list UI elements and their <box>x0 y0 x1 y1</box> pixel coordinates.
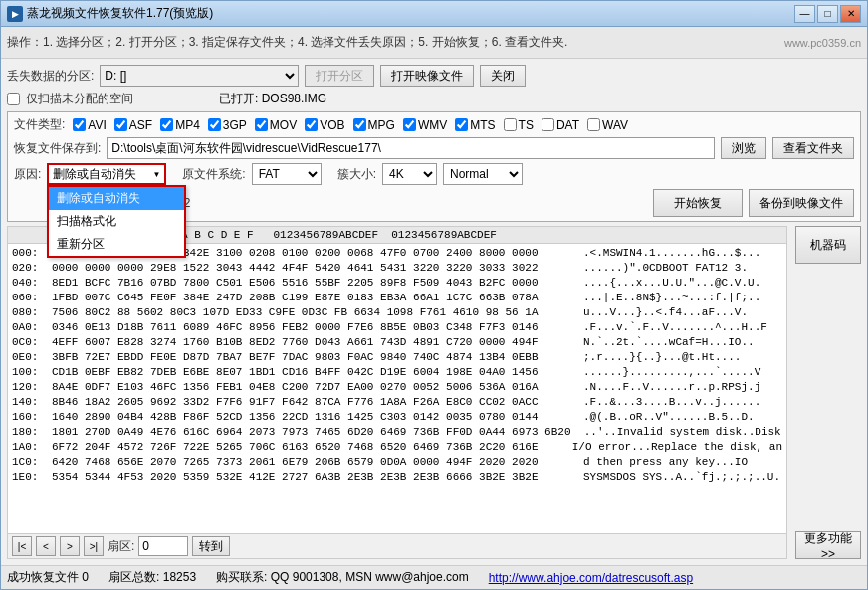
title-bar: ▶ 蒸龙视频文件恢复软件1.77(预览版) — □ ✕ <box>1 1 867 27</box>
filetype-dat[interactable]: DAT <box>542 118 579 132</box>
reason-option-2[interactable]: 扫描格式化 <box>49 210 184 233</box>
maximize-button[interactable]: □ <box>817 5 838 23</box>
reason-selected: 删除或自动消失 <box>53 166 136 183</box>
original-fs-label: 原文件系统: <box>182 166 245 183</box>
original-fs-select[interactable]: FAT NTFS exFAT <box>252 163 322 185</box>
reason-group: 原因: 删除或自动消失 ▼ 删除或自动消失 扫描格式化 重新分区 <box>14 163 166 185</box>
hex-content[interactable]: 000:EB3C 904D 5357 494E 342E 3100 0208 0… <box>8 244 786 533</box>
dropdown-arrow-icon: ▼ <box>152 170 160 179</box>
hex-row: 0E0:3BFB 72E7 EBDD FE0E D87D 7BA7 BE7F 7… <box>12 350 782 365</box>
quality-select[interactable]: Normal High Low <box>443 163 523 185</box>
file-type-row: 文件类型: AVI ASF MP4 3GP MOV VOB MPG WMV MT… <box>14 116 854 133</box>
hex-area: 0 1 2 3 4 5 6 7 8 9 A B C D E F 01234567… <box>7 226 861 559</box>
main-window: ▶ 蒸龙视频文件恢复软件1.77(预览版) — □ ✕ 操作：1. 选择分区；2… <box>0 0 868 590</box>
hex-view: 0 1 2 3 4 5 6 7 8 9 A B C D E F 01234567… <box>7 226 787 559</box>
scan-unallocated-label: 仅扫描未分配的空间 <box>26 91 133 107</box>
hex-row: 120:8A4E 0DF7 E103 46FC 1356 FEB1 04E8 C… <box>12 380 782 395</box>
hex-row: 1A0:6F72 204F 4572 726F 722E 5265 706C 6… <box>12 440 782 455</box>
filetype-avi[interactable]: AVI <box>73 118 106 132</box>
save-path-label: 恢复文件保存到: <box>14 140 101 157</box>
hex-row: 100:CD1B 0EBF EB82 7DEB E6BE 8E07 1BD1 C… <box>12 365 782 380</box>
open-image-button[interactable]: 打开映像文件 <box>380 65 474 87</box>
hex-row: 140:8B46 18A2 2605 9692 33D2 F7F6 91F7 F… <box>12 395 782 410</box>
file-type-label: 文件类型: <box>14 116 65 133</box>
watermark: www.pc0359.cn <box>784 37 861 49</box>
total-sectors-label: 扇区总数: 18253 <box>108 569 196 586</box>
reason-dropdown-menu: 删除或自动消失 扫描格式化 重新分区 <box>47 185 186 258</box>
close-button[interactable]: ✕ <box>840 5 861 23</box>
purchase-info: 购买联系: QQ 9001308, MSN www@ahjoe.com <box>216 569 469 586</box>
goto-button[interactable]: 转到 <box>192 536 230 556</box>
partition-label: 丢失数据的分区: <box>7 68 94 85</box>
reason-option-1[interactable]: 删除或自动消失 <box>49 187 184 210</box>
first-page-button[interactable]: |< <box>12 536 32 556</box>
hex-row: 060:1FBD 007C C645 FE0F 384E 247D 208B C… <box>12 291 782 305</box>
machine-code-button[interactable]: 机器码 <box>795 226 861 264</box>
filetype-mov[interactable]: MOV <box>255 118 297 132</box>
max-size-label: 簇大小: <box>337 166 376 183</box>
sector-nav-label: 扇区: <box>108 538 134 555</box>
browse-button[interactable]: 浏览 <box>721 137 766 159</box>
hex-row: 0A0:0346 0E13 D18B 7611 6089 46FC 8956 F… <box>12 320 782 335</box>
close-button[interactable]: 关闭 <box>480 65 526 87</box>
website-link[interactable]: http://www.ahjoe.com/datrescusoft.asp <box>489 571 693 585</box>
filetype-mpg[interactable]: MPG <box>353 118 395 132</box>
partition-row: 丢失数据的分区: D: [] 打开分区 打开映像文件 关闭 <box>7 65 861 87</box>
window-title: 蒸龙视频文件恢复软件1.77(预览版) <box>27 5 213 22</box>
filetype-ts[interactable]: TS <box>504 118 534 132</box>
window-controls: — □ ✕ <box>794 5 861 23</box>
prev-page-button[interactable]: < <box>36 536 56 556</box>
hex-addr-col <box>12 229 50 241</box>
info-panel: 文件类型: AVI ASF MP4 3GP MOV VOB MPG WMV MT… <box>7 111 861 222</box>
more-functions-button[interactable]: 更多功能>> <box>795 531 861 559</box>
next-page-button[interactable]: > <box>60 536 80 556</box>
reason-option-3[interactable]: 重新分区 <box>49 233 184 256</box>
filetype-3gp[interactable]: 3GP <box>208 118 247 132</box>
recovered-files-status: 成功恢复文件 0 <box>7 569 89 586</box>
minimize-button[interactable]: — <box>794 5 815 23</box>
max-size-select[interactable]: 4K 8K 16K <box>382 163 437 185</box>
scan-unallocated-checkbox[interactable] <box>7 93 20 105</box>
partition-select[interactable]: D: [] <box>100 65 299 87</box>
right-panel: 机器码 更多功能>> <box>791 226 861 559</box>
reason-dropdown-container: 删除或自动消失 ▼ 删除或自动消失 扫描格式化 重新分区 <box>47 163 166 185</box>
max-size-group: 簇大小: 4K 8K 16K Normal High Low <box>337 163 523 185</box>
nav-row: |< < > >| 扇区: 0 转到 <box>8 533 786 558</box>
steps-label: 操作：1. 选择分区；2. 打开分区；3. 指定保存文件夹；4. 选择文件丢失原… <box>7 34 567 51</box>
hex-row: 040:8ED1 BCFC 7B16 07BD 7800 C501 E506 5… <box>12 276 782 291</box>
hex-row: 180:1801 270D 0A49 4E76 616C 6964 2073 7… <box>12 425 782 440</box>
hex-row: 020:0000 0000 0000 29E8 1522 3043 4442 4… <box>12 261 782 276</box>
toolbar: 操作：1. 选择分区；2. 打开分区；3. 指定保存文件夹；4. 选择文件丢失原… <box>1 27 867 59</box>
save-path-row: 恢复文件保存到: D:\tools\桌面\河东软件园\vidrescue\Vid… <box>14 137 854 159</box>
hex-row: 1E0:5354 5344 4F53 2020 5359 532E 412E 2… <box>12 470 782 485</box>
save-path-input[interactable]: D:\tools\桌面\河东软件园\vidrescue\VidRescue177… <box>107 137 715 159</box>
last-page-button[interactable]: >| <box>84 536 104 556</box>
filetype-mts[interactable]: MTS <box>455 118 495 132</box>
scan-options-row: 仅扫描未分配的空间 已打开: DOS98.IMG <box>7 91 861 107</box>
filetype-vob[interactable]: VOB <box>305 118 344 132</box>
sector-nav-input[interactable]: 0 <box>138 536 188 556</box>
reason-dropdown[interactable]: 删除或自动消失 ▼ <box>47 163 166 185</box>
open-folder-button[interactable]: 查看文件夹 <box>772 137 854 159</box>
app-icon: ▶ <box>7 6 23 22</box>
title-bar-left: ▶ 蒸龙视频文件恢复软件1.77(预览版) <box>7 5 213 22</box>
start-recovery-button[interactable]: 开始恢复 <box>653 189 743 217</box>
filetype-wmv[interactable]: WMV <box>403 118 447 132</box>
open-partition-button[interactable]: 打开分区 <box>305 65 374 87</box>
status-bar: 成功恢复文件 0 扇区总数: 18253 购买联系: QQ 9001308, M… <box>1 565 867 589</box>
filetype-mp4[interactable]: MP4 <box>160 118 200 132</box>
options-row: 原因: 删除或自动消失 ▼ 删除或自动消失 扫描格式化 重新分区 <box>14 163 854 185</box>
filetype-wav[interactable]: WAV <box>587 118 628 132</box>
hex-row: 080:7506 80C2 88 5602 80C3 107D ED33 C9F… <box>12 305 782 320</box>
reason-label: 原因: <box>14 166 41 183</box>
hex-row: 0C0:4EFF 6007 E828 3274 1760 B10B 8ED2 7… <box>12 335 782 350</box>
hex-row: 160:1640 2890 04B4 428B F86F 52CD 1356 2… <box>12 410 782 425</box>
fs-group: 原文件系统: FAT NTFS exFAT <box>182 163 321 185</box>
main-content: 丢失数据的分区: D: [] 打开分区 打开映像文件 关闭 仅扫描未分配的空间 … <box>1 59 867 565</box>
filetype-asf[interactable]: ASF <box>114 118 152 132</box>
already-open-label: 已打开: DOS98.IMG <box>219 91 326 107</box>
backup-image-button[interactable]: 备份到映像文件 <box>749 189 854 217</box>
hex-row: 1C0:6420 7468 656E 2070 7265 7373 2061 6… <box>12 455 782 470</box>
